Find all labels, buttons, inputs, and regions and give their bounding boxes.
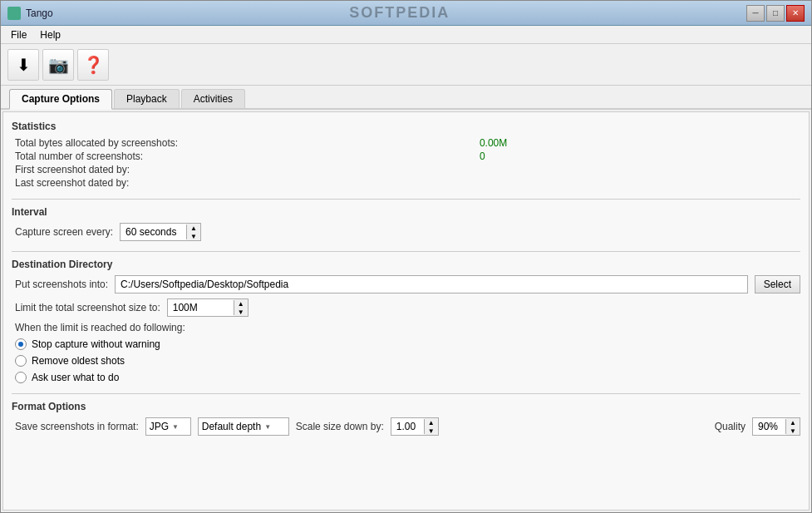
tab-capture-options[interactable]: Capture Options: [9, 89, 112, 110]
limit-up-arrow[interactable]: ▲: [234, 299, 248, 308]
format-section: Format Options Save screenshots in forma…: [12, 401, 800, 436]
interval-spinner: 60 seconds ▲ ▼: [120, 223, 201, 241]
main-window: Tango SOFTPEDIA ─ □ ✕ File Help ⬇ 📷 ❓: [0, 0, 812, 513]
scale-value: 1.00: [391, 419, 425, 434]
format-dropdown-arrow: ▼: [172, 423, 179, 431]
interval-arrows: ▲ ▼: [187, 224, 200, 240]
total-screenshots-label: Total number of screenshots:: [15, 150, 471, 162]
format-row: Save screenshots in format: JPG ▼ Defaul…: [12, 417, 800, 436]
interval-section: Interval Capture screen every: 60 second…: [12, 206, 800, 241]
depth-value: Default depth: [202, 421, 261, 432]
scale-spinner: 1.00 ▲ ▼: [391, 417, 439, 436]
help-button[interactable]: ❓: [77, 49, 109, 81]
radio-remove-label: Remove oldest shots: [32, 355, 125, 367]
path-row: Put screenshots into: Select: [12, 275, 800, 293]
interval-down-arrow[interactable]: ▼: [187, 232, 200, 240]
quality-value: 90%: [753, 419, 786, 434]
destination-section: Destination Directory Put screenshots in…: [12, 259, 800, 383]
title-bar-left: Tango: [7, 7, 53, 20]
statistics-section: Statistics Total bytes allocated by scre…: [12, 121, 800, 189]
limit-spinner: 100M ▲ ▼: [167, 298, 249, 317]
last-screenshot-value: [480, 177, 800, 189]
radio-ask-label: Ask user what to do: [32, 372, 119, 383]
import-button[interactable]: ⬇: [7, 49, 39, 81]
watermark-text: SOFTPEDIA: [349, 4, 450, 22]
select-button[interactable]: Select: [755, 275, 800, 293]
close-icon: ✕: [792, 8, 799, 17]
maximize-icon: □: [773, 8, 778, 17]
last-screenshot-label: Last screenshot dated by:: [15, 177, 471, 189]
scale-arrows: ▲ ▼: [425, 418, 438, 435]
app-icon: [7, 7, 21, 20]
maximize-button[interactable]: □: [766, 5, 785, 22]
quality-down-arrow[interactable]: ▼: [786, 427, 800, 435]
radio-ask-button[interactable]: [15, 372, 27, 383]
when-row: When the limit is reached do following:: [12, 322, 800, 333]
statistics-grid: Total bytes allocated by screenshots: 0.…: [12, 137, 800, 189]
radio-ask: Ask user what to do: [15, 372, 800, 383]
quality-up-arrow[interactable]: ▲: [786, 418, 800, 427]
limit-value: 100M: [168, 300, 234, 315]
total-bytes-value: 0.00M: [480, 137, 800, 149]
menu-bar: File Help: [1, 26, 811, 44]
window-title: Tango: [26, 7, 53, 19]
radio-remove: Remove oldest shots: [15, 355, 800, 367]
format-dropdown[interactable]: JPG ▼: [145, 417, 191, 436]
menu-file[interactable]: File: [4, 27, 33, 42]
radio-stop: Stop capture without warning: [15, 338, 800, 350]
minimize-button[interactable]: ─: [746, 5, 765, 22]
path-label: Put screenshots into:: [15, 279, 108, 290]
limit-down-arrow[interactable]: ▼: [234, 308, 248, 316]
tab-activities[interactable]: Activities: [181, 89, 245, 108]
scale-down-arrow[interactable]: ▼: [425, 427, 438, 435]
tabs-container: Capture Options Playback Activities: [1, 86, 811, 110]
camera-icon: 📷: [48, 55, 69, 75]
depth-dropdown-arrow: ▼: [264, 423, 271, 431]
destination-title: Destination Directory: [12, 259, 800, 270]
statistics-title: Statistics: [12, 121, 800, 132]
quality-label: Quality: [715, 421, 746, 432]
interval-label: Capture screen every:: [15, 226, 113, 238]
total-screenshots-value: 0: [480, 150, 800, 162]
main-content: Statistics Total bytes allocated by scre…: [2, 111, 810, 511]
quality-container: Quality 90% ▲ ▼: [715, 417, 800, 436]
help-icon: ❓: [83, 55, 104, 75]
interval-up-arrow[interactable]: ▲: [187, 224, 200, 232]
close-button[interactable]: ✕: [786, 5, 805, 22]
interval-title: Interval: [12, 206, 800, 218]
scale-up-arrow[interactable]: ▲: [425, 418, 438, 427]
save-format-label: Save screenshots in format:: [15, 421, 139, 432]
tab-playback[interactable]: Playback: [114, 89, 180, 108]
limit-arrows: ▲ ▼: [234, 299, 248, 316]
import-icon: ⬇: [17, 55, 31, 75]
minimize-icon: ─: [752, 8, 758, 17]
scale-label: Scale size down by:: [296, 421, 384, 432]
first-screenshot-label: First screenshot dated by:: [15, 164, 471, 175]
format-title: Format Options: [12, 401, 800, 412]
first-screenshot-value: [480, 164, 800, 175]
camera-button[interactable]: 📷: [42, 49, 74, 81]
quality-arrows: ▲ ▼: [786, 418, 800, 435]
radio-remove-button[interactable]: [15, 355, 27, 367]
interval-row: Capture screen every: 60 seconds ▲ ▼: [12, 223, 800, 241]
when-label: When the limit is reached do following:: [15, 322, 185, 333]
radio-stop-button[interactable]: [15, 338, 27, 350]
radio-stop-label: Stop capture without warning: [32, 338, 160, 350]
limit-row: Limit the total screenshot size to: 100M…: [12, 298, 800, 317]
radio-group: Stop capture without warning Remove olde…: [12, 338, 800, 383]
limit-label: Limit the total screenshot size to:: [15, 302, 160, 313]
quality-spinner: 90% ▲ ▼: [752, 417, 800, 436]
path-input[interactable]: [115, 275, 748, 293]
menu-help[interactable]: Help: [33, 27, 67, 42]
total-bytes-label: Total bytes allocated by screenshots:: [15, 137, 471, 149]
toolbar: ⬇ 📷 ❓: [1, 44, 811, 86]
depth-dropdown[interactable]: Default depth ▼: [198, 417, 289, 436]
interval-value: 60 seconds: [121, 224, 187, 239]
title-bar: Tango SOFTPEDIA ─ □ ✕: [1, 1, 811, 26]
format-value: JPG: [150, 421, 169, 432]
window-controls: ─ □ ✕: [746, 5, 805, 22]
